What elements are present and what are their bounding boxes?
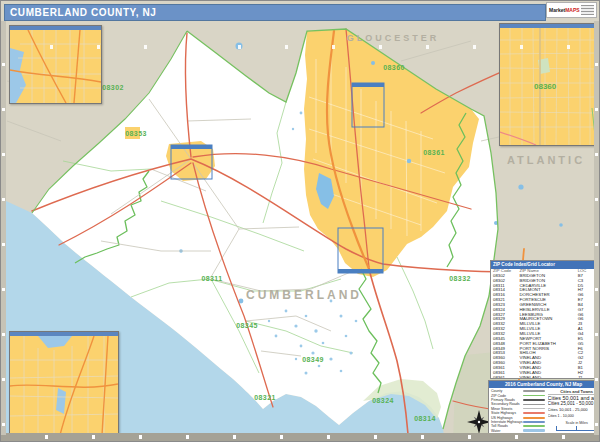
zip-table-cell: J2 bbox=[578, 376, 595, 379]
zip-label: 08353 bbox=[125, 130, 146, 137]
scale-bar: Scale in Miles bbox=[548, 421, 599, 431]
zip-label: 08314 bbox=[414, 415, 435, 422]
grid-ticks-bottom bbox=[1, 433, 600, 441]
legend-item-label: Toll Roads bbox=[491, 424, 508, 428]
zip-table-cell: 08361 bbox=[493, 376, 520, 379]
county-label: CUMBERLAND bbox=[246, 288, 362, 302]
legend-item-swatch bbox=[523, 425, 545, 427]
city-class-label: Cities 1 - 10,000 bbox=[548, 413, 599, 419]
legend-item-swatch bbox=[523, 395, 545, 396]
scale-label: Scale in Miles bbox=[548, 421, 599, 425]
legend-item-label: County bbox=[491, 389, 502, 393]
zip-label: 08321 bbox=[254, 394, 275, 401]
map-title: CUMBERLAND COUNTY, NJ bbox=[5, 7, 157, 18]
zip-label: 08360 bbox=[383, 64, 404, 71]
inset-map-vineland: 08360 bbox=[499, 23, 599, 146]
legend-item-swatch bbox=[523, 390, 545, 392]
publisher-logo: MarketMAPS bbox=[546, 2, 597, 18]
legend-road-items: CountyZIP CodePrimary RoadsSecondary Roa… bbox=[491, 389, 545, 433]
legend-header: 2016 Cumberland County, NJ Map bbox=[489, 381, 598, 388]
legend-item-swatch bbox=[523, 408, 545, 409]
zip-table-rows: 08302BRIDGETONB708302BRIDGETONC308311CED… bbox=[491, 274, 597, 379]
legend-item-label: Minor Streets bbox=[491, 407, 512, 411]
county-label: GLOUCESTER bbox=[347, 33, 440, 43]
zip-table-row: 08361VINELANDJ2 bbox=[491, 376, 597, 379]
zip-label: 08361 bbox=[423, 149, 444, 156]
zip-label: 08349 bbox=[302, 356, 323, 363]
grid-ticks-right bbox=[594, 21, 599, 435]
zip-label: 08311 bbox=[201, 275, 222, 282]
legend-item-swatch bbox=[523, 399, 545, 401]
legend-item-swatch bbox=[523, 412, 545, 414]
zip-code-index-table: ZIP Code Index/Grid Locator ZIP Code ZIP… bbox=[490, 260, 598, 379]
legend-item-label: US Highways bbox=[491, 416, 513, 420]
legend-item-label: Secondary Roads bbox=[491, 402, 520, 406]
legend-item-label: Interstate Highways bbox=[491, 420, 523, 424]
zip-label: 08324 bbox=[372, 397, 393, 404]
city-size-classes: Cities 50,001 and aboveCities 25,001 - 5… bbox=[548, 395, 599, 419]
inset-map-bridgeton bbox=[9, 25, 102, 104]
zip-table-cell: VINELAND bbox=[520, 376, 578, 379]
legend-item-swatch bbox=[523, 417, 545, 419]
legend-item-swatch bbox=[523, 421, 545, 423]
brand-text: MarketMAPS bbox=[549, 8, 580, 13]
county-label: ATLANTIC bbox=[507, 154, 585, 166]
zip-label: 08302 bbox=[102, 84, 123, 91]
grid-ticks-left bbox=[1, 21, 6, 435]
legend-item-swatch bbox=[523, 429, 545, 432]
inset-map-millville bbox=[9, 331, 119, 436]
zip-label: 08345 bbox=[236, 322, 257, 329]
grid-ticks-top bbox=[6, 45, 596, 49]
title-bar: CUMBERLAND COUNTY, NJ bbox=[4, 4, 546, 21]
inset-zip-label: 08360 bbox=[534, 82, 556, 91]
legend-item-label: ZIP Code bbox=[491, 394, 506, 398]
legend-item-label: Primary Roads bbox=[491, 398, 515, 402]
map-legend: 2016 Cumberland County, NJ Map CountyZIP… bbox=[488, 380, 599, 437]
map-sheet: GLOUCESTERATLANTICCUMBERLAND083020835308… bbox=[0, 0, 600, 442]
legend-item-label: State Highways bbox=[491, 411, 516, 415]
legend-item-swatch bbox=[523, 404, 545, 405]
logo-address-block bbox=[581, 5, 594, 15]
zip-label: 08332 bbox=[449, 275, 470, 282]
